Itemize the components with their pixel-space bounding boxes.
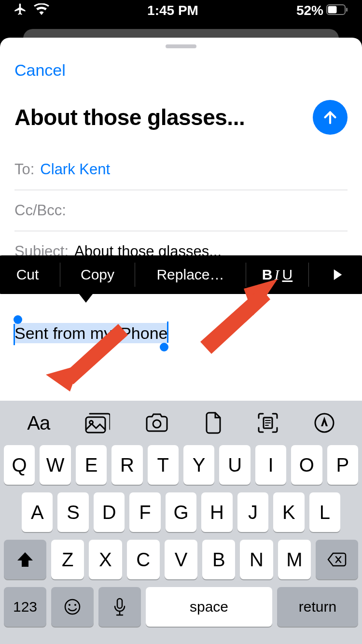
svg-point-8 [65,600,80,614]
mic-icon [113,598,126,616]
svg-rect-1 [328,6,337,14]
bold-icon: B [262,266,273,283]
to-value[interactable]: Clark Kent [40,161,110,178]
status-time: 1:45 PM [147,3,198,18]
svg-point-10 [74,604,76,606]
key-l[interactable]: L [309,492,340,532]
shift-icon [17,552,33,567]
selected-text[interactable]: Sent from my iPhone [14,323,167,343]
space-key[interactable]: space [146,587,272,627]
backspace-icon [327,552,347,567]
keyboard-row-4: 123 space return [4,587,358,632]
status-right: 52% [296,3,348,18]
dictation-key[interactable] [98,587,141,627]
key-m[interactable]: M [278,540,311,579]
key-b[interactable]: B [202,540,235,579]
to-label: To: [14,161,34,178]
svg-point-7 [315,414,334,432]
attach-file-button[interactable] [204,412,223,434]
italic-icon: I [275,266,279,283]
key-z[interactable]: Z [51,540,84,579]
triangle-right-icon [334,269,342,280]
file-icon [204,412,223,434]
arrow-up-icon [321,109,339,126]
send-button[interactable] [313,100,348,135]
svg-rect-3 [86,417,105,433]
key-s[interactable]: S [57,492,88,532]
underline-icon: U [282,266,293,283]
photo-icon [85,412,110,434]
selection-handle-start[interactable] [14,315,22,324]
key-r[interactable]: R [111,445,142,485]
backspace-key[interactable] [316,540,358,579]
subject-hero-row: About those glasses... [0,80,362,149]
sheet-grabber[interactable] [166,44,196,48]
cancel-button[interactable]: Cancel [0,55,362,80]
selection-bar-end [167,322,168,343]
status-bar: 1:45 PM 52% [0,0,362,21]
markup-button[interactable] [314,412,335,434]
key-w[interactable]: W [40,445,70,485]
battery-percent: 52% [296,3,323,18]
emoji-icon [64,598,81,616]
text-format-button[interactable]: Aa [27,412,50,434]
selection-wrap: Sent from my iPhone [14,324,167,343]
key-n[interactable]: N [240,540,273,579]
cc-bcc-field[interactable]: Cc/Bcc: [14,190,348,231]
menu-biu[interactable]: B I U [246,263,309,287]
markup-icon [314,412,335,434]
key-x[interactable]: X [89,540,122,579]
svg-point-5 [153,420,161,428]
key-e[interactable]: E [76,445,107,485]
shift-key[interactable] [4,540,46,579]
svg-rect-11 [117,599,122,608]
svg-point-9 [69,604,70,606]
return-key[interactable]: return [277,587,358,627]
key-a[interactable]: A [22,492,53,532]
scan-document-button[interactable] [257,412,278,434]
key-p[interactable]: P [327,445,358,485]
battery-icon [326,3,348,18]
menu-copy[interactable]: Copy [60,263,135,287]
selection-bar-start [14,324,15,345]
keyboard-row-3: ZXCVBNM [4,540,358,579]
key-i[interactable]: I [255,445,286,485]
cc-bcc-label: Cc/Bcc: [14,202,66,219]
airplane-mode-icon [14,2,27,19]
key-o[interactable]: O [291,445,322,485]
key-t[interactable]: T [148,445,179,485]
menu-replace[interactable]: Replace… [135,263,246,287]
keyboard-rows: QWERTYUIOP ASDFGHJKL ZXCVBNM 123 [0,445,362,644]
menu-more[interactable] [309,263,362,287]
key-u[interactable]: U [219,445,250,485]
key-g[interactable]: G [166,492,196,532]
page-title: About those glasses... [14,104,245,130]
keyboard-toolbar: Aa [0,401,362,445]
key-c[interactable]: C [127,540,160,579]
key-f[interactable]: F [129,492,160,532]
key-h[interactable]: H [201,492,232,532]
photo-library-button[interactable] [85,412,110,434]
compose-sheet: Cancel About those glasses... To: Clark … [0,38,362,644]
numbers-key[interactable]: 123 [4,587,46,627]
wifi-icon [34,3,49,18]
key-y[interactable]: Y [183,445,214,485]
email-body[interactable]: Cut Copy Replace… B I U Sent from my iPh… [0,272,362,343]
camera-button[interactable] [145,413,169,433]
key-j[interactable]: J [237,492,268,532]
svg-rect-2 [346,8,348,12]
selection-handle-end[interactable] [160,343,168,351]
camera-icon [145,413,169,433]
to-field[interactable]: To: Clark Kent [14,149,348,190]
key-v[interactable]: V [165,540,197,579]
keyboard-row-1: QWERTYUIOP [4,445,358,485]
scan-icon [257,412,278,434]
emoji-key[interactable] [51,587,94,627]
keyboard-row-2: ASDFGHJKL [4,492,358,532]
menu-pointer [79,294,93,303]
text-context-menu: Cut Copy Replace… B I U [0,255,362,294]
key-d[interactable]: D [94,492,125,532]
key-k[interactable]: K [273,492,304,532]
menu-cut[interactable]: Cut [0,263,60,287]
key-q[interactable]: Q [4,445,35,485]
